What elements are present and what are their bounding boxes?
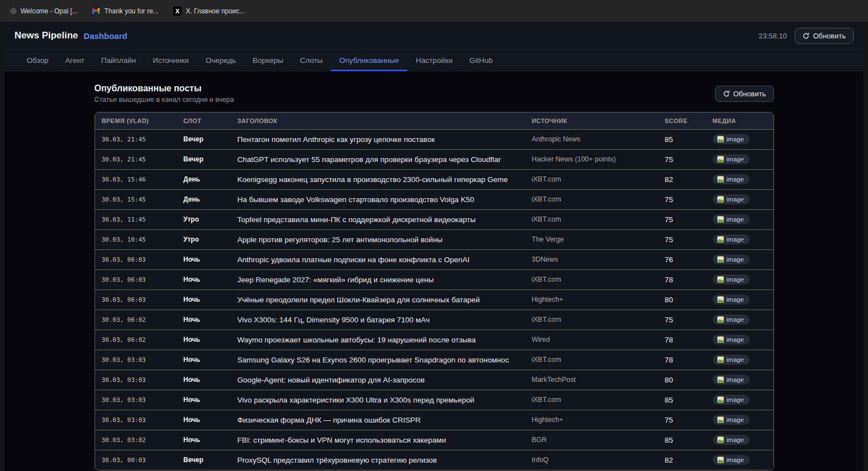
cell-slot: День (177, 189, 231, 209)
cell-score: 76 (658, 249, 706, 269)
cell-title: Физическая форма ДНК — причина ошибок CR… (231, 410, 525, 430)
table-row[interactable]: 30.03, 10:45 Утро Apple против регулятор… (95, 229, 773, 249)
cell-time: 30.03, 10:45 (95, 229, 177, 249)
nav-tab[interactable]: Агент (57, 50, 93, 71)
x-logo-icon: X (173, 7, 182, 16)
cell-score: 82 (658, 169, 706, 189)
section-refresh-button[interactable]: Обновить (715, 86, 774, 102)
cell-source: Hacker News (100+ points) (525, 149, 658, 169)
refresh-icon (802, 32, 810, 40)
cell-score: 82 (658, 450, 706, 470)
cell-time: 30.03, 03:03 (95, 410, 177, 430)
cell-time: 30.03, 03:03 (95, 370, 177, 390)
cell-slot: Ночь (177, 370, 231, 390)
nav-tab[interactable]: GitHub (461, 50, 501, 71)
image-icon (717, 356, 724, 363)
cell-media: image (706, 209, 773, 229)
cell-time: 30.03, 03:03 (95, 350, 177, 370)
browser-tab-label: Welcome - Opal [... (21, 7, 77, 15)
header-refresh-button[interactable]: Обновить (795, 28, 854, 44)
media-badge: image (713, 395, 749, 405)
nav-tab[interactable]: Очередь (197, 50, 244, 71)
column-header: СЛОТ (177, 112, 231, 129)
cell-score: 75 (658, 310, 706, 330)
page-title: Опубликованные посты (95, 84, 234, 94)
cell-slot: Ночь (177, 350, 231, 370)
cell-title: Samsung Galaxy S26 на Exynos 2600 проигр… (231, 350, 525, 370)
image-icon (717, 457, 724, 463)
table-row[interactable]: 30.03, 03:03 Ночь Vivo раскрыла характер… (95, 390, 773, 410)
cell-source: Wired (525, 330, 658, 350)
table-row[interactable]: 30.03, 03:03 Ночь Samsung Galaxy S26 на … (95, 350, 773, 370)
cell-source: iXBT.com (525, 209, 658, 229)
cell-title: FBI: стриминг-боксы и VPN могут использо… (231, 430, 525, 450)
image-icon (717, 256, 724, 263)
media-badge: image (713, 234, 749, 244)
table-row[interactable]: 30.03, 06:03 Ночь Jeep Renegade 2027: «м… (95, 269, 773, 290)
cell-time: 30.03, 15:46 (95, 169, 177, 189)
image-icon (717, 236, 724, 243)
nav-tab[interactable]: Источники (144, 50, 197, 71)
tab-nav: Обзор Агент Пайплайн Источники Очередь В… (4, 50, 864, 71)
image-icon (717, 336, 724, 343)
table-row[interactable]: 30.03, 03:02 Ночь FBI: стриминг-боксы и … (95, 430, 773, 450)
cell-title: Пентагон пометил Anthropic как угрозу це… (231, 129, 525, 149)
table-row[interactable]: 30.03, 00:03 Вечер ProxySQL представил т… (95, 450, 773, 470)
table-row[interactable]: 30.03, 03:03 Ночь Физическая форма ДНК —… (95, 410, 773, 430)
cell-source: Anthropic News (525, 129, 658, 149)
image-icon (717, 296, 724, 303)
cell-source: MarkTechPost (525, 370, 658, 390)
dashboard-link[interactable]: Dashboard (83, 31, 127, 41)
cell-score: 78 (658, 269, 706, 290)
table-row[interactable]: 30.03, 06:03 Ночь Anthropic удвоила плат… (95, 249, 773, 269)
table-row[interactable]: 30.03, 15:45 День На бывшем заводе Volks… (95, 189, 773, 209)
cell-media: image (706, 410, 773, 430)
cell-score: 75 (658, 209, 706, 229)
media-badge: image (713, 295, 749, 305)
refresh-icon (723, 90, 730, 97)
image-icon (717, 436, 724, 443)
media-badge: image (713, 214, 749, 224)
page-subtitle: Статьи вышедшие в канал сегодня и вчера (95, 96, 234, 104)
table-row[interactable]: 30.03, 06:03 Ночь Учёные преодолели пред… (95, 290, 773, 310)
cell-media: image (706, 430, 773, 450)
media-badge: image (713, 194, 749, 204)
media-badge: image (713, 355, 749, 365)
table-row[interactable]: 30.03, 15:46 День Koenigsegg наконец зап… (95, 169, 773, 189)
browser-tab-x[interactable]: X X. Главное проис... (173, 7, 245, 16)
image-icon (717, 276, 724, 283)
table-row[interactable]: 30.03, 06:02 Ночь Waymo проезжает школьн… (95, 330, 773, 350)
cell-media: image (706, 229, 773, 249)
image-icon (717, 376, 724, 383)
cell-source: InfoQ (525, 450, 658, 470)
nav-tab[interactable]: Воркеры (244, 50, 292, 71)
cell-time: 30.03, 06:02 (95, 310, 177, 330)
image-icon (717, 316, 724, 323)
table-row[interactable]: 30.03, 11:45 Утро Topfeel представила ми… (95, 209, 773, 229)
cell-score: 80 (658, 370, 706, 390)
media-badge: image (713, 455, 749, 465)
media-badge: image (713, 254, 749, 264)
cell-slot: Ночь (177, 390, 231, 410)
table-row[interactable]: 30.03, 21:45 Вечер Пентагон пометил Anth… (95, 129, 773, 149)
table-row[interactable]: 30.03, 03:03 Ночь Google-Agent: новый ид… (95, 370, 773, 390)
browser-tab-opal[interactable]: Welcome - Opal [... (10, 7, 77, 15)
table-row[interactable]: 30.03, 06:02 Ночь Vivo X300s: 144 Гц, Di… (95, 310, 773, 330)
browser-tab-label: X. Главное проис... (186, 7, 245, 15)
nav-tab[interactable]: Обзор (18, 50, 57, 71)
nav-tab[interactable]: Опубликованные (331, 50, 407, 71)
gmail-icon (92, 7, 100, 15)
cell-source: iXBT.com (525, 390, 658, 410)
cell-source: iXBT.com (525, 310, 658, 330)
nav-tab[interactable]: Слоты (292, 50, 331, 71)
cell-title: Jeep Renegade 2027: «мягкий» гибрид и сн… (231, 269, 525, 290)
cell-title: ProxySQL представил трёхуровневую страте… (231, 450, 525, 470)
browser-tab-gmail[interactable]: Thank you for re... (92, 7, 158, 15)
cell-time: 30.03, 06:03 (95, 249, 177, 269)
nav-tab[interactable]: Настройки (407, 50, 461, 71)
cell-title: Waymo проезжает школьные автобусы: 19 на… (231, 330, 525, 350)
table-row[interactable]: 30.03, 21:45 Вечер ChatGPT использует 55… (95, 149, 773, 169)
nav-tab[interactable]: Пайплайн (93, 50, 144, 71)
cell-time: 30.03, 03:02 (95, 430, 177, 450)
cell-media: image (706, 249, 773, 269)
